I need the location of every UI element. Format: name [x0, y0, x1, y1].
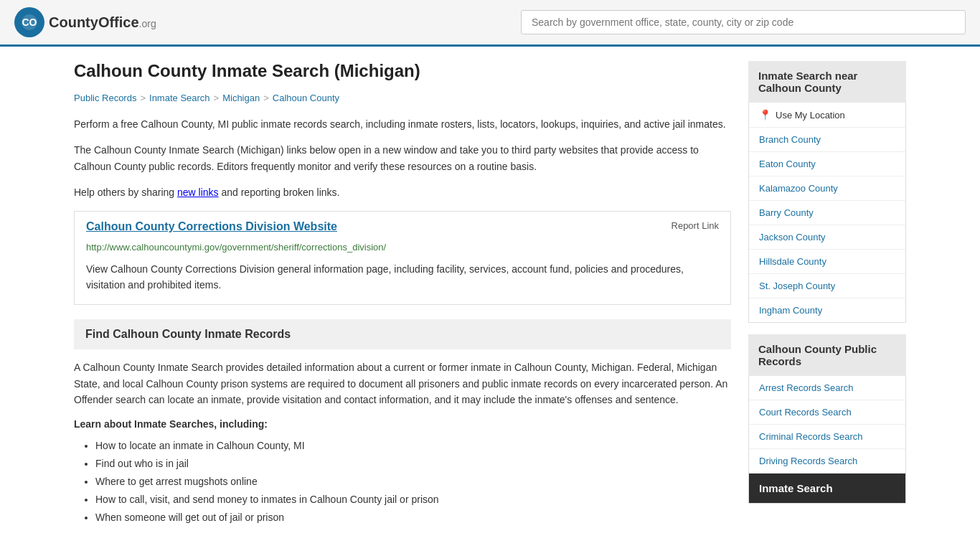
sidebar: Inmate Search near Calhoun County 📍 Use … — [748, 61, 906, 527]
logo-icon: CO — [14, 7, 44, 37]
inmate-search-dark[interactable]: Inmate Search — [749, 474, 905, 503]
find-records-heading: Find Calhoun County Inmate Records — [74, 319, 731, 349]
breadcrumb-public-records[interactable]: Public Records — [74, 93, 136, 103]
resource-title[interactable]: Calhoun County Corrections Division Webs… — [86, 220, 337, 233]
public-record-1[interactable]: Court Records Search — [749, 400, 905, 425]
content-area: Calhoun County Inmate Search (Michigan) … — [74, 61, 731, 527]
public-record-2[interactable]: Criminal Records Search — [749, 425, 905, 449]
resource-box: Calhoun County Corrections Division Webs… — [74, 211, 731, 306]
breadcrumb-michigan[interactable]: Michigan — [222, 93, 260, 103]
page-title: Calhoun County Inmate Search (Michigan) — [74, 61, 731, 81]
description-3: Help others by sharing new links and rep… — [74, 184, 731, 200]
nearby-links: 📍 Use My Location Branch County Eaton Co… — [748, 103, 906, 323]
nearby-county-7[interactable]: Ingham County — [749, 298, 905, 322]
list-item: How to locate an inmate in Calhoun Count… — [95, 437, 731, 455]
breadcrumb-inmate-search[interactable]: Inmate Search — [149, 93, 210, 103]
public-records-links: Arrest Records Search Court Records Sear… — [748, 376, 906, 504]
resource-header: Calhoun County Corrections Division Webs… — [75, 212, 730, 242]
description-2: The Calhoun County Inmate Search (Michig… — [74, 142, 731, 174]
public-records-heading: Calhoun County Public Records — [748, 334, 906, 376]
find-records-section: Find Calhoun County Inmate Records A Cal… — [74, 319, 731, 527]
description-1: Perform a free Calhoun County, MI public… — [74, 116, 731, 132]
nearby-county-6[interactable]: St. Joseph County — [749, 274, 905, 298]
bullet-list: How to locate an inmate in Calhoun Count… — [74, 437, 731, 527]
resource-description: View Calhoun County Corrections Division… — [75, 257, 730, 305]
main-container: Calhoun County Inmate Search (Michigan) … — [60, 47, 920, 541]
find-records-paragraph: A Calhoun County Inmate Search provides … — [74, 359, 731, 408]
public-record-3[interactable]: Driving Records Search — [749, 449, 905, 474]
nearby-county-2[interactable]: Kalamazoo County — [749, 176, 905, 201]
use-my-location-link[interactable]: 📍 Use My Location — [749, 103, 905, 128]
list-item: Find out who is in jail — [95, 455, 731, 473]
logo-org-text: .org — [139, 18, 156, 29]
location-icon: 📍 — [759, 109, 771, 121]
breadcrumb: Public Records > Inmate Search > Michiga… — [74, 93, 731, 103]
nearby-heading: Inmate Search near Calhoun County — [748, 61, 906, 103]
breadcrumb-sep-3: > — [263, 93, 269, 103]
learn-subtitle: Learn about Inmate Searches, including: — [74, 418, 731, 430]
report-link[interactable]: Report Link — [672, 220, 719, 231]
search-input[interactable] — [521, 10, 966, 34]
logo-text: CountyOffice.org — [49, 14, 156, 31]
breadcrumb-calhoun-county[interactable]: Calhoun County — [273, 93, 339, 103]
site-header: CO CountyOffice.org — [0, 0, 980, 47]
logo-area[interactable]: CO CountyOffice.org — [14, 7, 156, 37]
nearby-county-0[interactable]: Branch County — [749, 128, 905, 152]
public-record-0[interactable]: Arrest Records Search — [749, 376, 905, 400]
nearby-county-4[interactable]: Jackson County — [749, 225, 905, 250]
list-item: Where to get arrest mugshots online — [95, 473, 731, 491]
nearby-county-1[interactable]: Eaton County — [749, 152, 905, 176]
svg-text:CO: CO — [22, 17, 37, 28]
breadcrumb-sep-1: > — [140, 93, 146, 103]
resource-url[interactable]: http://www.calhouncountymi.gov/governmen… — [75, 242, 730, 257]
nearby-county-5[interactable]: Hillsdale County — [749, 250, 905, 274]
list-item: When someone will get out of jail or pri… — [95, 509, 731, 527]
nearby-county-3[interactable]: Barry County — [749, 201, 905, 225]
logo-name-text: CountyOffice — [49, 14, 139, 30]
new-links-link[interactable]: new links — [177, 187, 219, 198]
list-item: How to call, visit, and send money to in… — [95, 491, 731, 509]
breadcrumb-sep-2: > — [214, 93, 220, 103]
